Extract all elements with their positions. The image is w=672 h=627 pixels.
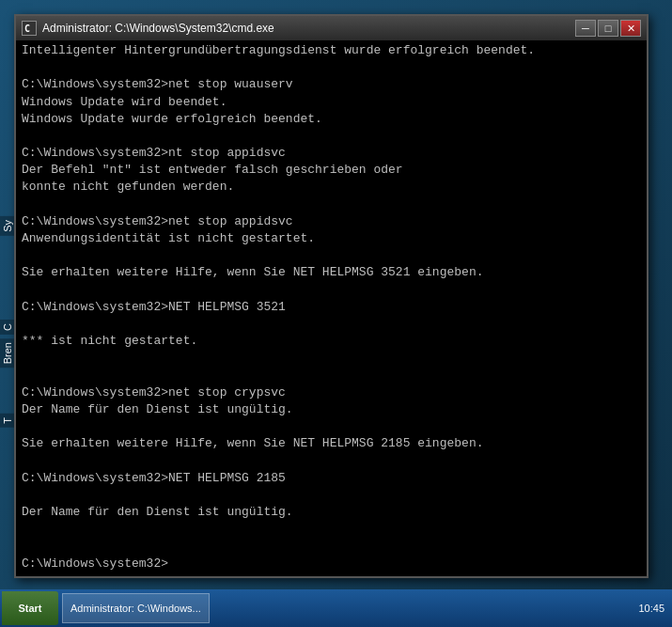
cmd-window: C Administrator: C:\Windows\System32\cmd… — [14, 14, 649, 578]
side-label-t: T — [0, 414, 15, 428]
side-label-bren: Bren — [0, 338, 15, 368]
cmd-output: Microsoft Windows [Version 6.1.7601] Cop… — [16, 40, 647, 576]
title-bar: C Administrator: C:\Windows\System32\cmd… — [16, 16, 647, 40]
cmd-scroll-area[interactable]: Microsoft Windows [Version 6.1.7601] Cop… — [16, 40, 647, 576]
start-button[interactable]: Start — [2, 591, 58, 625]
taskbar-cmd-item[interactable]: Administrator: C:\Windows... — [62, 593, 210, 623]
cmd-wrapper: Microsoft Windows [Version 6.1.7601] Cop… — [16, 40, 647, 576]
minimize-button[interactable]: ─ — [575, 20, 596, 37]
svg-text:C: C — [24, 24, 30, 34]
taskbar-item-label: Administrator: C:\Windows... — [70, 603, 201, 614]
window-title: Administrator: C:\Windows\System32\cmd.e… — [42, 22, 274, 35]
title-bar-buttons: ─ □ ✕ — [575, 20, 641, 37]
close-button[interactable]: ✕ — [620, 20, 641, 37]
maximize-button[interactable]: □ — [598, 20, 618, 37]
system-tray: 10:45 — [638, 603, 672, 614]
taskbar: Start Administrator: C:\Windows... 10:45 — [0, 589, 672, 627]
cmd-icon: C — [22, 21, 37, 36]
tray-time: 10:45 — [638, 603, 664, 614]
side-label-sy: Sy — [0, 216, 15, 236]
start-label: Start — [18, 603, 41, 614]
side-label-c: C — [0, 320, 15, 335]
title-bar-left: C Administrator: C:\Windows\System32\cmd… — [22, 21, 274, 36]
